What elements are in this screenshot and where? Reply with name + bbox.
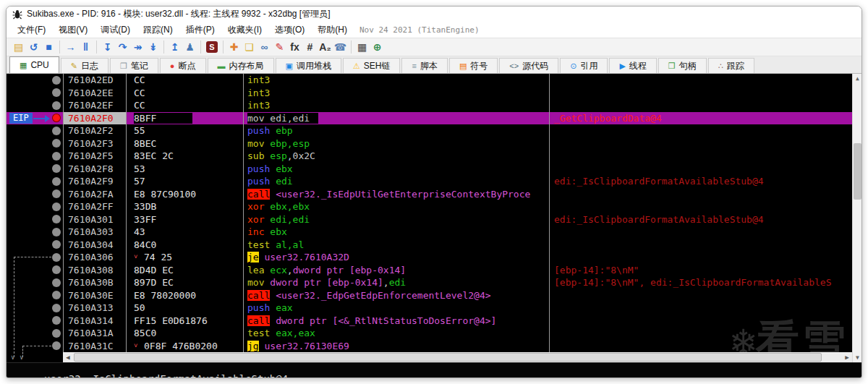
- tab-memory-map[interactable]: ▬内存布局: [208, 58, 274, 73]
- row-dot-icon[interactable]: [52, 291, 61, 299]
- tab-seh-chain[interactable]: ⚠SEH链: [343, 58, 401, 73]
- breakpoint-column[interactable]: [51, 340, 63, 353]
- step-into-icon[interactable]: ↧: [100, 40, 115, 54]
- row-dot-icon[interactable]: [52, 139, 61, 148]
- breakpoint-column[interactable]: [51, 302, 63, 315]
- breakpoint-column[interactable]: [51, 327, 63, 340]
- disasm-row[interactable]: 7610A31A85C0test eax,eax: [7, 327, 852, 340]
- globe-icon[interactable]: ⊕: [370, 40, 385, 54]
- row-dot-icon[interactable]: [52, 164, 61, 173]
- attach-icon[interactable]: ♟: [182, 40, 197, 54]
- disasm-row[interactable]: 7610A306˅74 25je user32.7610A32D: [7, 251, 852, 264]
- breakpoint-column[interactable]: [51, 112, 63, 125]
- breakpoint-column[interactable]: [51, 251, 63, 264]
- breakpoint-column[interactable]: [51, 87, 63, 100]
- menu-item[interactable]: 跟踪(N): [137, 22, 179, 37]
- step-over-icon[interactable]: ↷: [115, 40, 130, 54]
- disasm-row[interactable]: 7610A30343inc ebx: [7, 226, 852, 239]
- breakpoint-column[interactable]: [51, 99, 63, 112]
- fx-icon[interactable]: fx: [287, 40, 302, 54]
- run-to-user-code-icon[interactable]: ↥: [167, 40, 182, 54]
- disasm-row[interactable]: 7610A31C˅0F8F 476B0200jg user32.76130E69: [7, 340, 852, 353]
- tab-script[interactable]: ≡脚本: [401, 58, 447, 73]
- tab-cpu-chip[interactable]: ▦CPU: [9, 56, 59, 73]
- disasm-row[interactable]: 7610A2F583EC 2Csub esp,0x2C: [7, 150, 852, 163]
- tab-trace[interactable]: ∴跟踪: [708, 58, 754, 73]
- row-dot-icon[interactable]: [52, 202, 61, 211]
- row-dot-icon[interactable]: [52, 177, 61, 186]
- tab-breakpoint[interactable]: ●断点: [160, 58, 206, 73]
- open-file-icon[interactable]: ▤: [11, 40, 26, 54]
- row-dot-icon[interactable]: [52, 76, 61, 85]
- disasm-row[interactable]: 7610A30EE8 78020000call <user32._EdpGetE…: [7, 289, 852, 302]
- tab-threads[interactable]: ▶线程: [609, 58, 656, 73]
- row-dot-icon[interactable]: [52, 265, 61, 274]
- horizontal-scrollbar[interactable]: ◀ ▶: [63, 352, 852, 362]
- vertical-scrollbar-thumb[interactable]: [854, 143, 861, 200]
- menu-item[interactable]: 视图(V): [52, 22, 94, 37]
- pause-icon[interactable]: ‖: [78, 40, 93, 54]
- scroll-left-icon[interactable]: ◀: [63, 352, 73, 362]
- restart-icon[interactable]: ↺: [26, 40, 41, 54]
- breakpoint-column[interactable]: [51, 315, 63, 328]
- menu-item[interactable]: 插件(P): [179, 22, 221, 37]
- disasm-row[interactable]: 7610A2FF33DBxor ebx,ebx: [7, 200, 852, 213]
- scroll-right-icon[interactable]: ▶: [842, 352, 852, 362]
- hash-icon[interactable]: #: [302, 40, 318, 54]
- row-dot-icon[interactable]: [52, 329, 61, 338]
- font-icon[interactable]: A₂: [318, 40, 333, 54]
- horizontal-scrollbar-thumb[interactable]: [74, 353, 822, 362]
- breakpoint-column[interactable]: [51, 239, 63, 252]
- step-out-icon[interactable]: ↡: [145, 40, 161, 54]
- scroll-up-icon[interactable]: ▲: [853, 74, 861, 83]
- breakpoint-column[interactable]: [51, 137, 63, 150]
- disasm-row[interactable]: 7610A2EDCCint3: [7, 74, 852, 87]
- row-dot-icon[interactable]: [52, 304, 61, 312]
- disasm-row[interactable]: 7610A2F255push ebp: [7, 124, 852, 137]
- tab-references[interactable]: ⊙引用: [560, 58, 608, 73]
- disasm-row[interactable]: EIP7610A2F08BFFmov edi,edi_GetClipboardD…: [7, 112, 852, 125]
- disasm-row[interactable]: 7610A3088D4D EClea ecx,dword ptr [ebp-0x…: [7, 264, 852, 277]
- tab-source[interactable]: <>源代码: [499, 58, 558, 73]
- label-icon[interactable]: ∞: [257, 40, 272, 54]
- tab-call-stack[interactable]: ▣调用堆栈: [276, 58, 341, 73]
- highlight-icon[interactable]: ✎: [272, 40, 287, 54]
- run-until-return-icon[interactable]: ↠: [130, 40, 145, 54]
- breakpoint-column[interactable]: [51, 188, 63, 201]
- menu-item[interactable]: 收藏夹(I): [221, 22, 268, 37]
- breakpoint-column[interactable]: [51, 74, 63, 87]
- vertical-scrollbar[interactable]: ▲ ▼: [852, 74, 861, 362]
- tab-notes[interactable]: ❐笔记: [110, 58, 158, 73]
- row-dot-icon[interactable]: [52, 215, 61, 223]
- row-dot-icon[interactable]: [52, 253, 61, 262]
- tab-handles[interactable]: ❒句柄: [658, 58, 707, 73]
- breakpoint-dot-icon[interactable]: [52, 114, 61, 122]
- row-dot-icon[interactable]: [52, 152, 61, 161]
- row-dot-icon[interactable]: [52, 278, 61, 287]
- disasm-row[interactable]: 7610A2EECCint3: [7, 87, 852, 100]
- breakpoint-column[interactable]: [51, 150, 63, 163]
- disasm-row[interactable]: 7610A2F853push ebx: [7, 163, 852, 176]
- breakpoint-column[interactable]: [51, 163, 63, 176]
- row-dot-icon[interactable]: [52, 240, 61, 249]
- row-dot-icon[interactable]: [52, 127, 61, 135]
- menu-item[interactable]: 选项(O): [268, 22, 311, 37]
- row-dot-icon[interactable]: [52, 189, 61, 198]
- calculator-icon[interactable]: ▦: [354, 40, 370, 54]
- disasm-row[interactable]: 7610A2EFCCint3: [7, 99, 852, 112]
- device-icon[interactable]: ☎: [333, 40, 348, 54]
- menu-item[interactable]: 调试(D): [94, 22, 137, 37]
- comment-icon[interactable]: ❏: [242, 40, 257, 54]
- tab-symbols[interactable]: ▤符号: [449, 58, 498, 73]
- patch-icon[interactable]: ✚: [226, 40, 242, 54]
- disasm-row[interactable]: 7610A30484C0test al,al: [7, 239, 852, 252]
- disasm-row[interactable]: 7610A314FF15 E0D61876call dword ptr [<&_…: [7, 315, 852, 328]
- row-dot-icon[interactable]: [52, 88, 61, 97]
- breakpoint-column[interactable]: [51, 289, 63, 302]
- breakpoint-column[interactable]: [51, 226, 63, 239]
- stop-icon[interactable]: ■: [41, 40, 56, 54]
- breakpoint-column[interactable]: [51, 264, 63, 277]
- disasm-row[interactable]: 7610A2F957push ediedi:_IsClipboardFormat…: [7, 175, 852, 188]
- breakpoint-column[interactable]: [51, 175, 63, 188]
- breakpoint-column[interactable]: [51, 200, 63, 213]
